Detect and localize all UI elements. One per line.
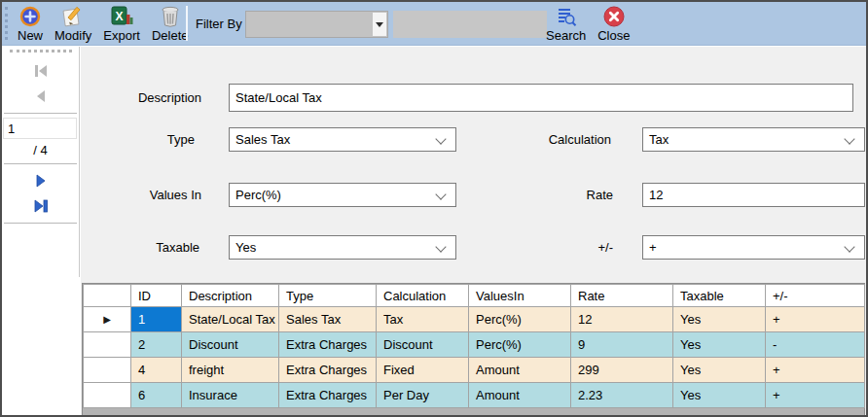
record-count-label: / 4 — [2, 139, 79, 159]
close-icon — [602, 5, 626, 28]
calculation-label: Calculation — [506, 132, 611, 147]
grid-cell[interactable]: 2.23 — [571, 383, 673, 408]
navigator-grip[interactable] — [10, 50, 72, 52]
grid-cell[interactable]: + — [766, 383, 865, 408]
plus-minus-dropdown[interactable]: + — [642, 235, 865, 260]
grid-cell[interactable]: State/Local Tax — [182, 307, 279, 332]
toolbar-separator — [186, 6, 188, 41]
taxable-label: Taxable — [92, 240, 199, 255]
grid-column-header[interactable]: Description — [182, 285, 279, 307]
grid-cell[interactable]: + — [766, 358, 865, 383]
values-in-dropdown[interactable]: Perc(%) — [229, 183, 456, 207]
rate-input[interactable] — [642, 183, 865, 207]
table-row[interactable]: 4freightExtra ChargesFixedAmount299Yes+ — [84, 358, 865, 383]
calculation-dropdown-value: Tax — [649, 132, 669, 147]
grid-cell[interactable]: Perc(%) — [469, 307, 571, 332]
search-button[interactable]: Search — [540, 4, 592, 44]
table-row[interactable]: 6InsuraceExtra ChargesPer DayAmount2.23Y… — [84, 383, 865, 408]
grid-header-row: IDDescriptionTypeCalculationValuesInRate… — [84, 285, 865, 307]
modify-icon — [60, 5, 86, 28]
type-dropdown[interactable]: Sales Tax — [229, 127, 456, 152]
grid-cell[interactable]: 2 — [131, 332, 182, 358]
grid-cell[interactable]: 6 — [131, 383, 182, 408]
navigator-separator — [4, 163, 77, 164]
grid-cell[interactable]: + — [766, 307, 865, 332]
taxable-dropdown-value: Yes — [235, 240, 256, 255]
last-record-icon — [31, 199, 51, 213]
grid-cell[interactable]: Extra Charges — [279, 358, 377, 383]
taxable-dropdown[interactable]: Yes — [229, 235, 456, 260]
toolbar-grip[interactable] — [5, 7, 8, 40]
toolbar-right-buttons: Search Close — [540, 4, 635, 44]
table-row[interactable]: ▶1State/Local TaxSales TaxTaxPerc(%)12Ye… — [84, 307, 865, 332]
grid-cell[interactable]: 4 — [131, 358, 182, 383]
grid-column-header[interactable]: Taxable — [673, 285, 766, 307]
grid-cell[interactable]: Perc(%) — [469, 332, 571, 358]
grid-cell[interactable]: Fixed — [377, 358, 469, 383]
current-record-input[interactable] — [3, 118, 77, 139]
delete-icon — [160, 5, 181, 28]
grid-column-header[interactable]: ValuesIn — [469, 285, 571, 307]
grid-cell[interactable]: Yes — [673, 332, 766, 358]
grid-cell[interactable]: Discount — [377, 332, 469, 358]
grid-column-header[interactable]: ID — [131, 285, 182, 307]
grid-cell[interactable]: Yes — [673, 358, 766, 383]
toolbar: New Modify X — [2, 2, 866, 46]
svg-text:X: X — [116, 10, 124, 23]
grid-cell[interactable]: Amount — [469, 358, 571, 383]
results-grid: IDDescriptionTypeCalculationValuesInRate… — [83, 284, 865, 408]
calculation-dropdown[interactable]: Tax — [642, 127, 865, 152]
grid-cell[interactable]: - — [766, 332, 865, 358]
grid-cell[interactable]: freight — [182, 358, 279, 383]
row-selector[interactable] — [84, 332, 131, 358]
table-row[interactable]: 2DiscountExtra ChargesDiscountPerc(%)9Ye… — [84, 332, 865, 358]
grid-cell[interactable]: 9 — [571, 332, 673, 358]
grid-column-header[interactable]: +/- — [766, 285, 865, 307]
export-button[interactable]: X Export — [97, 4, 146, 44]
new-button[interactable]: New — [12, 4, 49, 44]
grid-cell[interactable]: Insurace — [182, 383, 279, 408]
grid-cell[interactable]: 12 — [571, 307, 673, 332]
export-button-label: Export — [103, 28, 140, 43]
record-navigator: / 4 — [2, 47, 80, 277]
grid-cell[interactable]: Extra Charges — [279, 383, 377, 408]
grid-cell[interactable]: Yes — [673, 383, 766, 408]
previous-record-button[interactable] — [2, 84, 79, 109]
close-button[interactable]: Close — [592, 4, 635, 44]
modify-button-label: Modify — [54, 28, 91, 43]
search-icon — [555, 5, 578, 28]
modify-button[interactable]: Modify — [49, 4, 97, 44]
grid-cell[interactable]: Amount — [469, 383, 571, 408]
grid-cell[interactable]: 1 — [131, 307, 182, 332]
new-button-label: New — [18, 28, 43, 43]
filter-by-label: Filter By — [196, 17, 242, 31]
first-record-button[interactable] — [2, 58, 79, 84]
grid-cell[interactable]: Extra Charges — [279, 332, 377, 358]
app-window: New Modify X — [0, 0, 868, 417]
grid-cell[interactable]: 299 — [571, 358, 673, 383]
row-selector[interactable]: ▶ — [84, 307, 131, 332]
combobox-dropdown-arrow-icon[interactable] — [373, 13, 386, 36]
grid-cell[interactable]: Discount — [182, 332, 279, 358]
grid-cell[interactable]: Tax — [377, 307, 469, 332]
grid-cell[interactable]: Per Day — [377, 383, 469, 408]
description-label: Description — [92, 90, 201, 105]
grid-column-header[interactable]: Type — [279, 285, 377, 307]
first-record-icon — [31, 64, 51, 78]
grid-column-header[interactable]: Rate — [571, 285, 673, 307]
values-in-label: Values In — [92, 188, 201, 202]
navigator-separator — [4, 223, 77, 224]
navigator-separator — [4, 113, 77, 114]
toolbar-main-buttons: New Modify X — [12, 4, 194, 44]
grid-cell[interactable]: Sales Tax — [279, 307, 377, 332]
filter-text-input[interactable] — [393, 11, 547, 38]
grid-cell[interactable]: Yes — [673, 307, 766, 332]
grid-column-header[interactable]: Calculation — [377, 285, 469, 307]
row-selector[interactable] — [84, 383, 131, 408]
last-record-button[interactable] — [2, 193, 79, 219]
next-record-button[interactable] — [2, 168, 79, 193]
rate-label: Rate — [506, 188, 613, 202]
filter-by-combobox[interactable] — [245, 11, 388, 38]
description-input[interactable] — [229, 84, 853, 112]
row-selector[interactable] — [84, 358, 131, 383]
